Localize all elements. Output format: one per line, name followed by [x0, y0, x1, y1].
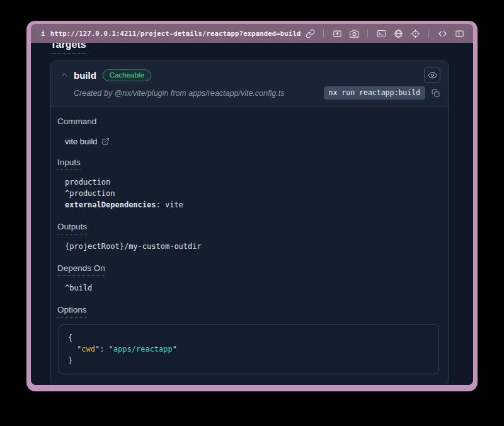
- toolbar-divider: [367, 29, 368, 38]
- cacheable-badge: Cacheable: [103, 69, 151, 81]
- target-name: build: [74, 70, 96, 81]
- link-icon[interactable]: [304, 28, 316, 39]
- toolbar-divider: [428, 29, 429, 38]
- eye-icon: [428, 71, 437, 80]
- command-value: vite build: [65, 137, 97, 146]
- globe-icon[interactable]: [392, 28, 404, 39]
- view-target-graph-button[interactable]: [424, 67, 440, 83]
- named-input-key: externalDependencies: [65, 200, 156, 209]
- created-by-text: Created by @nx/vite/plugin from apps/rea…: [74, 89, 284, 98]
- json-property-line: "cwd": "apps/reactapp": [68, 343, 430, 355]
- crosshair-icon[interactable]: [410, 28, 421, 39]
- named-input-value: : vite: [156, 200, 183, 209]
- json-colon: :: [100, 345, 108, 354]
- page-title: Targets: [50, 43, 86, 54]
- outputs-list: {projectRoot}/my-custom-outdir: [65, 241, 440, 252]
- info-icon: i: [41, 30, 45, 38]
- section-command-label: Command: [57, 117, 440, 129]
- split-view-icon[interactable]: [454, 28, 465, 39]
- section-outputs-label: Outputs: [57, 222, 440, 234]
- build-target-header[interactable]: build Cacheable Created by @nx/vite/plug…: [51, 61, 448, 106]
- depends-on-list: ^build: [65, 282, 440, 294]
- input-item: ^production: [65, 188, 440, 199]
- json-close-brace: }: [68, 355, 430, 366]
- section-options-label: Options: [57, 305, 440, 318]
- section-depends-on-label: Depends On: [57, 263, 440, 276]
- copy-command-button[interactable]: [430, 88, 440, 98]
- inputs-list: production ^production externalDependenc…: [65, 176, 440, 210]
- input-item: externalDependencies: vite: [65, 199, 440, 210]
- input-item: production: [65, 176, 440, 188]
- project-details-page: Targets build Cacheable: [31, 43, 473, 385]
- json-open-brace: {: [68, 332, 430, 343]
- titlebar: i http://127.0.0.1:4211/project-details/…: [31, 24, 473, 43]
- copy-icon: [432, 89, 440, 97]
- output-item: {projectRoot}/my-custom-outdir: [65, 241, 440, 252]
- json-value: apps/reactapp: [113, 345, 173, 354]
- camera-icon[interactable]: [348, 28, 360, 39]
- code-icon[interactable]: [437, 28, 448, 39]
- chevron-up-icon[interactable]: [59, 69, 70, 81]
- json-key: cwd: [81, 345, 95, 354]
- external-link-icon: [101, 137, 110, 146]
- build-target-body: Command vite build Inputs production ^pr…: [51, 106, 448, 385]
- browser-window: i http://127.0.0.1:4211/project-details/…: [26, 21, 478, 391]
- run-command-chip: nx run reactapp:build: [324, 86, 425, 100]
- terminal-icon[interactable]: [375, 28, 387, 39]
- build-target-card: build Cacheable Created by @nx/vite/plug…: [50, 60, 449, 385]
- section-inputs-label: Inputs: [57, 158, 440, 170]
- options-code-block: { "cwd": "apps/reactapp" }: [59, 324, 439, 374]
- url-bar[interactable]: http://127.0.0.1:4211/project-details/re…: [50, 30, 301, 37]
- depends-on-item: ^build: [65, 282, 440, 294]
- command-value-link[interactable]: vite build: [65, 137, 440, 146]
- save-frame-icon[interactable]: [331, 28, 343, 39]
- toolbar-divider: [323, 29, 324, 38]
